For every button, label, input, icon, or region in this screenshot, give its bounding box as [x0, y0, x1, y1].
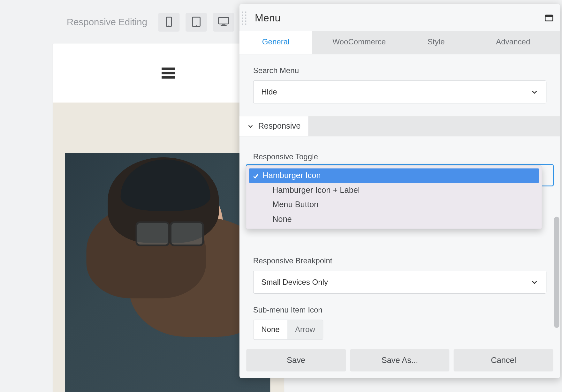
hamburger-icon[interactable] — [162, 68, 175, 79]
device-desktop-button[interactable] — [213, 13, 234, 32]
drag-handle-icon[interactable] — [242, 9, 251, 26]
svg-rect-4 — [219, 17, 229, 24]
chevron-down-icon — [531, 278, 538, 286]
tab-general[interactable]: General — [239, 31, 312, 54]
tab-style[interactable]: Style — [406, 31, 466, 54]
desktop-icon — [218, 17, 229, 27]
phone-icon — [166, 17, 172, 28]
responsive-toggle-dropdown[interactable]: Hamburger Icon Hamburger Icon + Label Me… — [246, 165, 542, 229]
dropdown-option-label: Menu Button — [272, 200, 318, 209]
search-menu-label: Search Menu — [239, 54, 560, 80]
dropdown-option-label: None — [272, 215, 292, 224]
menu-settings-panel: Menu General WooCommerce Style Advanced … — [239, 4, 560, 378]
responsive-breakpoint-label: Responsive Breakpoint — [239, 244, 560, 270]
responsive-section-toggle[interactable]: Responsive — [239, 116, 309, 136]
responsive-section-label: Responsive — [258, 121, 300, 131]
responsive-editing-label: Responsive Editing — [67, 17, 147, 28]
dropdown-option-menu-button[interactable]: Menu Button — [246, 198, 542, 212]
dropdown-option-label: Hamburger Icon + Label — [272, 185, 360, 195]
svg-rect-8 — [545, 15, 553, 17]
submenu-icon-segmented: None Arrow — [253, 320, 323, 340]
svg-rect-6 — [221, 25, 227, 26]
submenu-icon-arrow-button[interactable]: Arrow — [287, 320, 323, 339]
expand-panel-icon[interactable] — [545, 15, 553, 21]
submenu-icon-none-button[interactable]: None — [254, 320, 287, 339]
tab-woocommerce[interactable]: WooCommerce — [312, 31, 406, 54]
save-button[interactable]: Save — [246, 349, 346, 372]
panel-title: Menu — [255, 12, 280, 24]
device-phone-button[interactable] — [158, 13, 180, 32]
cancel-button[interactable]: Cancel — [454, 349, 553, 372]
svg-point-3 — [196, 25, 197, 26]
chevron-down-icon — [531, 88, 538, 96]
search-menu-select[interactable]: Hide — [253, 80, 547, 103]
svg-rect-5 — [222, 24, 225, 25]
dropdown-option-hamburger-icon[interactable]: Hamburger Icon — [249, 169, 539, 183]
save-as-button[interactable]: Save As... — [350, 349, 450, 372]
responsive-toggle-label: Responsive Toggle — [239, 136, 560, 167]
dropdown-option-hamburger-label[interactable]: Hamburger Icon + Label — [246, 183, 542, 198]
scrollbar-thumb[interactable] — [554, 217, 559, 328]
responsive-breakpoint-select[interactable]: Small Devices Only — [253, 271, 547, 294]
check-icon — [252, 172, 259, 179]
tab-advanced[interactable]: Advanced — [466, 31, 560, 54]
search-menu-value: Hide — [261, 87, 277, 96]
dropdown-option-label: Hamburger Icon — [262, 171, 321, 180]
dropdown-option-none[interactable]: None — [246, 212, 542, 229]
responsive-breakpoint-value: Small Devices Only — [261, 278, 328, 287]
submenu-icon-label: Sub-menu Item Icon — [239, 294, 560, 320]
device-tablet-button[interactable] — [186, 13, 207, 32]
svg-point-1 — [169, 25, 170, 26]
tablet-icon — [192, 17, 201, 28]
